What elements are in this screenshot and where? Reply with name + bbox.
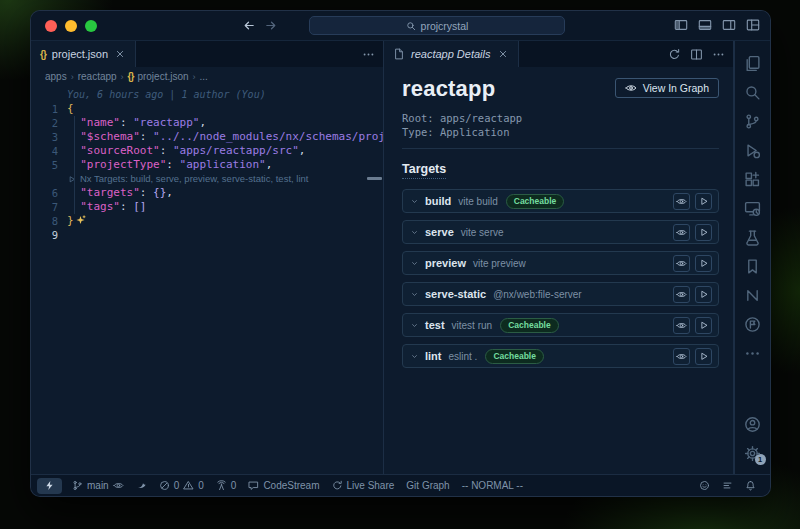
eye-target-button[interactable]: [673, 317, 690, 334]
status-broadcast-status[interactable]: 0: [210, 475, 243, 496]
chevron-down-icon[interactable]: [410, 321, 419, 330]
refresh-icon[interactable]: [668, 48, 681, 61]
status-git-branch[interactable]: main: [66, 475, 130, 496]
breadcrumb-item[interactable]: reactapp: [78, 71, 117, 82]
layout-sidebar-left-icon[interactable]: [674, 18, 688, 32]
code-token: ,: [166, 186, 173, 199]
activity-item-extensions[interactable]: [735, 165, 771, 194]
code-line[interactable]: 6 "targets": {},: [31, 186, 383, 200]
nx-targets-codelens[interactable]: Nx Targets: build, serve, preview, serve…: [31, 172, 383, 186]
layout-sidebar-right-icon[interactable]: [722, 18, 736, 32]
close-window-button[interactable]: [45, 20, 57, 32]
activity-item-gear[interactable]: 1: [735, 439, 771, 468]
warning-icon: [183, 480, 194, 491]
code-line[interactable]: 8}: [31, 214, 383, 228]
play-target-button[interactable]: [695, 317, 712, 334]
activity-item-source-control[interactable]: [735, 107, 771, 136]
status-feedback[interactable]: [693, 475, 716, 496]
code-line[interactable]: 2 "name": "reactapp",: [31, 116, 383, 130]
chevron-down-icon[interactable]: [410, 352, 419, 361]
target-row-test[interactable]: testvitest runCacheable: [402, 313, 719, 337]
eye-target-button[interactable]: [673, 286, 690, 303]
layout-customize-icon[interactable]: [746, 18, 760, 32]
code-token: :: [166, 158, 179, 171]
tab-project-json[interactable]: {} project.json: [31, 41, 136, 67]
breadcrumb-item-file[interactable]: project.json: [137, 71, 188, 82]
code-token: "apps/reactapp/src": [173, 144, 299, 157]
close-icon[interactable]: [497, 48, 509, 60]
play-target-button[interactable]: [695, 224, 712, 241]
page-title: reactapp: [402, 76, 609, 102]
status-vim-mode[interactable]: -- NORMAL --: [456, 475, 529, 496]
target-row-build[interactable]: buildvite buildCacheable: [402, 189, 719, 213]
play-icon: [698, 258, 709, 269]
breadcrumb-trail[interactable]: ...: [200, 71, 208, 82]
tab-reactapp-details[interactable]: reactapp Details: [384, 41, 519, 67]
activity-item-nx[interactable]: [735, 281, 771, 310]
eye-target-button[interactable]: [673, 255, 690, 272]
line-content: "sourceRoot": "apps/reactapp/src",: [67, 144, 383, 158]
code-line[interactable]: 5 "projectType": "application",: [31, 158, 383, 172]
forward-icon[interactable]: [264, 18, 279, 33]
chevron-down-icon[interactable]: [410, 228, 419, 237]
code-line[interactable]: 4 "sourceRoot": "apps/reactapp/src",: [31, 144, 383, 158]
activity-item-beaker[interactable]: [735, 223, 771, 252]
line-number: 6: [31, 186, 67, 200]
more-icon[interactable]: [362, 48, 375, 61]
blame-annotation[interactable]: You, 6 hours ago | 1 author (You): [31, 88, 383, 102]
code-line[interactable]: 9: [31, 228, 383, 242]
status-codestream[interactable]: CodeStream: [242, 475, 325, 496]
status-prettier[interactable]: [716, 475, 739, 496]
play-target-button[interactable]: [695, 348, 712, 365]
target-row-preview[interactable]: previewvite preview: [402, 251, 719, 275]
activity-item-flag[interactable]: [735, 310, 771, 339]
eye-target-button[interactable]: [673, 224, 690, 241]
play-icon: [698, 196, 709, 207]
code-line[interactable]: 3 "$schema": "../../node_modules/nx/sche…: [31, 130, 383, 144]
play-target-button[interactable]: [695, 286, 712, 303]
zoom-window-button[interactable]: [85, 20, 97, 32]
eye-icon: [676, 320, 687, 331]
command-center[interactable]: projcrystal: [309, 16, 565, 35]
eye-target-button[interactable]: [673, 348, 690, 365]
line-content: {: [67, 102, 383, 116]
code-editor[interactable]: You, 6 hours ago | 1 author (You)1{2 "na…: [31, 86, 383, 474]
flag-icon: [744, 316, 761, 333]
target-row-lint[interactable]: linteslint .Cacheable: [402, 344, 719, 368]
eye-target-button[interactable]: [673, 193, 690, 210]
chevron-down-icon[interactable]: [410, 197, 419, 206]
tabbar-left: {} project.json: [31, 41, 383, 67]
status-git-graph[interactable]: Git Graph: [400, 475, 455, 496]
activity-item-remote[interactable]: [735, 194, 771, 223]
status-problems[interactable]: 00: [153, 475, 210, 496]
play-target-button[interactable]: [695, 193, 712, 210]
breadcrumb-item[interactable]: apps: [45, 71, 67, 82]
account-icon: [744, 416, 761, 433]
view-in-graph-button[interactable]: View In Graph: [615, 78, 719, 98]
status-live-share[interactable]: Live Share: [326, 475, 401, 496]
play-target-button[interactable]: [695, 255, 712, 272]
target-row-serve-static[interactable]: serve-static@nx/web:file-server: [402, 282, 719, 306]
activity-item-bookmark[interactable]: [735, 252, 771, 281]
status-remote-indicator[interactable]: [37, 478, 62, 494]
minimize-window-button[interactable]: [65, 20, 77, 32]
chevron-down-icon[interactable]: [410, 290, 419, 299]
code-token: ,: [199, 116, 206, 129]
target-row-serve[interactable]: servevite serve: [402, 220, 719, 244]
split-editor-icon[interactable]: [690, 48, 703, 61]
layout-panel-icon[interactable]: [698, 18, 712, 32]
code-line[interactable]: 7 "tags": []: [31, 200, 383, 214]
chevron-down-icon[interactable]: [410, 259, 419, 268]
more-icon[interactable]: [712, 48, 725, 61]
back-icon[interactable]: [241, 18, 256, 33]
code-line[interactable]: 1{: [31, 102, 383, 116]
activity-item-run-debug[interactable]: [735, 136, 771, 165]
activity-item-account[interactable]: [735, 410, 771, 439]
status-notifications[interactable]: [739, 475, 762, 496]
activity-item-more[interactable]: [735, 339, 771, 368]
status-bird-status[interactable]: [130, 475, 153, 496]
code-token: "reactapp": [133, 116, 199, 129]
activity-item-search[interactable]: [735, 78, 771, 107]
close-icon[interactable]: [114, 48, 126, 60]
activity-item-files[interactable]: [735, 49, 771, 78]
